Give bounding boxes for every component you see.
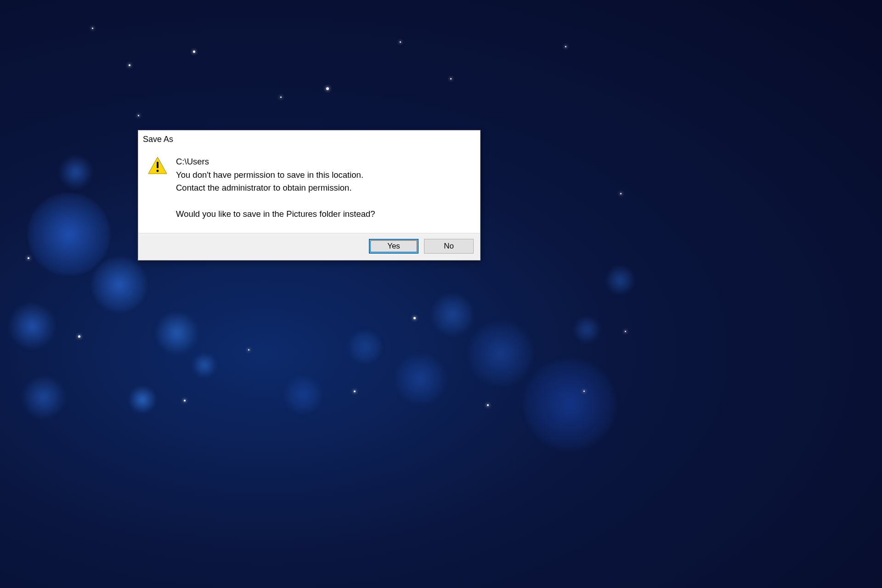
sparkle-dot (138, 115, 139, 116)
yes-button[interactable]: Yes (369, 239, 418, 254)
sparkle-dot (326, 87, 329, 90)
sparkle-dot (400, 41, 401, 43)
message-question: Would you like to save in the Pictures f… (176, 208, 471, 221)
bokeh-bubble (524, 358, 616, 450)
sparkle-dot (625, 331, 626, 332)
sparkle-dot (620, 193, 622, 194)
save-as-dialog: Save As C:\Users You don't have permissi… (138, 130, 481, 260)
sparkle-dot (583, 390, 585, 392)
bokeh-bubble (28, 193, 110, 276)
sparkle-dot (450, 78, 452, 79)
bokeh-bubble (432, 294, 473, 335)
no-button[interactable]: No (424, 239, 474, 254)
bokeh-bubble (60, 156, 92, 188)
sparkle-dot (193, 51, 195, 53)
bokeh-bubble (193, 354, 216, 377)
dialog-body: C:\Users You don't have permission to sa… (138, 148, 480, 233)
sparkle-dot (565, 46, 566, 47)
sparkle-dot (413, 317, 416, 319)
bokeh-bubble (606, 266, 634, 294)
message-line-contact-admin: Contact the administrator to obtain perm… (176, 181, 471, 195)
warning-icon (147, 156, 168, 175)
bokeh-bubble (574, 317, 599, 342)
bokeh-bubble (156, 312, 198, 354)
dialog-titlebar[interactable]: Save As (138, 130, 480, 148)
svg-point-2 (157, 170, 159, 172)
bokeh-bubble (92, 257, 147, 312)
bokeh-bubble (23, 377, 64, 418)
sparkle-dot (28, 257, 29, 259)
dialog-message: C:\Users You don't have permission to sa… (176, 155, 471, 221)
sparkle-dot (92, 28, 93, 29)
sparkle-dot (280, 96, 282, 98)
message-line-permission: You don't have permission to save in thi… (176, 169, 471, 182)
bokeh-bubble (349, 331, 381, 363)
sparkle-dot (184, 400, 186, 401)
bokeh-bubble (395, 354, 446, 404)
sparkle-dot (487, 404, 489, 406)
bokeh-bubble (285, 377, 322, 413)
bokeh-bubble (129, 386, 156, 413)
bokeh-bubble (469, 322, 533, 386)
dialog-title: Save As (143, 135, 173, 144)
bokeh-bubble (9, 303, 55, 349)
message-path: C:\Users (176, 155, 471, 169)
svg-rect-1 (157, 162, 158, 168)
sparkle-dot (129, 64, 130, 66)
sparkle-dot (354, 390, 356, 392)
sparkle-dot (248, 349, 249, 351)
sparkle-dot (78, 335, 80, 338)
dialog-footer: Yes No (138, 233, 480, 260)
